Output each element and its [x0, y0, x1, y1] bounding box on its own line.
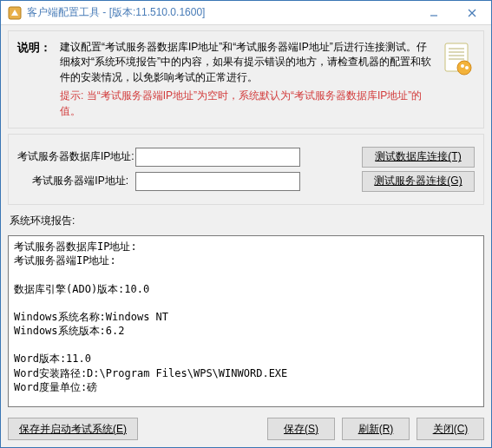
- server-ip-input[interactable]: [135, 172, 300, 191]
- svg-point-11: [465, 66, 469, 69]
- description-body: 建议配置“考试服务器数据库IP地址”和“考试服务器端IP地址”后进行连接测试。仔…: [60, 40, 431, 119]
- test-server-connection-button[interactable]: 测试服务器连接(G): [362, 171, 475, 192]
- report-label: 系统环境报告:: [10, 214, 484, 228]
- description-group: 说明： 建议配置“考试服务器数据库IP地址”和“考试服务器端IP地址”后进行连接…: [8, 30, 484, 128]
- window-title: 客户端配置工具 - [版本:11.510.0.1600]: [27, 5, 415, 20]
- refresh-button[interactable]: 刷新(R): [342, 418, 410, 440]
- description-hint: 提示: 当“考试服务器端IP地址”为空时，系统默认为“考试服务器数据库IP地址”…: [60, 89, 431, 119]
- close-button[interactable]: [453, 1, 491, 24]
- app-icon: [8, 6, 22, 20]
- db-ip-input[interactable]: [135, 148, 300, 167]
- close-bottom-button[interactable]: 关闭(C): [417, 418, 484, 440]
- svg-point-10: [461, 64, 464, 68]
- server-ip-row: 考试服务器端IP地址: 测试服务器连接(G): [17, 171, 475, 192]
- description-text: 建议配置“考试服务器数据库IP地址”和“考试服务器端IP地址”后进行连接测试。仔…: [60, 40, 431, 85]
- ip-form-group: 考试服务器数据库IP地址: 测试数据库连接(T) 考试服务器端IP地址: 测试服…: [8, 134, 484, 205]
- notes-icon: [440, 40, 475, 78]
- db-ip-row: 考试服务器数据库IP地址: 测试数据库连接(T): [17, 147, 475, 168]
- test-db-connection-button[interactable]: 测试数据库连接(T): [362, 147, 475, 168]
- system-report-text[interactable]: [8, 235, 484, 407]
- save-button[interactable]: 保存(S): [267, 418, 335, 440]
- client-area: 说明： 建议配置“考试服务器数据库IP地址”和“考试服务器端IP地址”后进行连接…: [1, 25, 491, 447]
- db-ip-label: 考试服务器数据库IP地址:: [17, 149, 128, 164]
- save-and-start-button[interactable]: 保存并启动考试系统(E): [8, 418, 138, 440]
- bottom-bar: 保存并启动考试系统(E) 保存(S) 刷新(R) 关闭(C): [8, 412, 484, 440]
- description-label: 说明：: [17, 40, 51, 56]
- minimize-button[interactable]: [415, 1, 453, 24]
- titlebar: 客户端配置工具 - [版本:11.510.0.1600]: [1, 1, 491, 25]
- svg-point-9: [457, 61, 471, 75]
- spacer: [145, 418, 260, 440]
- server-ip-label: 考试服务器端IP地址:: [17, 174, 128, 188]
- window-controls: [415, 1, 491, 24]
- app-window: 客户端配置工具 - [版本:11.510.0.1600] 说明： 建议配置“考试…: [0, 0, 492, 448]
